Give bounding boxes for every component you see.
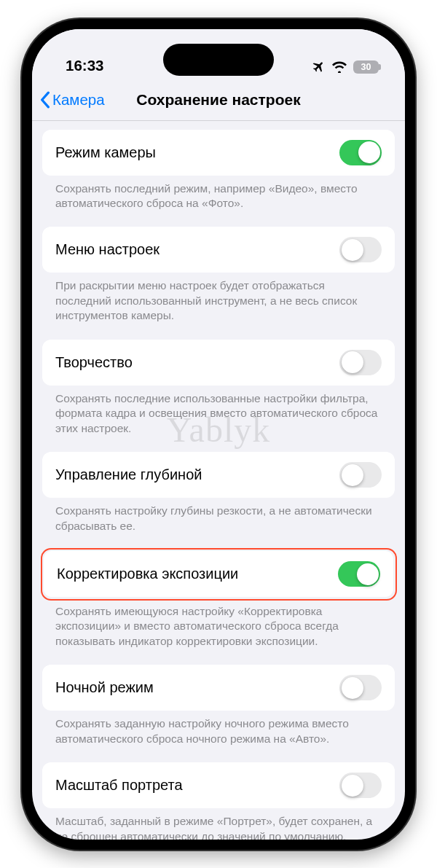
- phone-screen: 16:33 30 Камера Сохранение: [32, 29, 405, 840]
- setting-footer: Масштаб, заданный в режиме «Портрет», бу…: [42, 808, 395, 839]
- airplane-icon: [311, 60, 326, 74]
- toggle-knob: [357, 563, 379, 585]
- status-icons: 30: [311, 60, 379, 74]
- setting-label: Масштаб портрета: [55, 777, 183, 794]
- toggle-exposure-adjust[interactable]: [338, 561, 380, 587]
- setting-footer: Сохранять имеющуюся настройку «Корректир…: [42, 598, 395, 665]
- settings-list: Режим камерыСохранять последний режим, н…: [32, 121, 405, 840]
- toggle-knob: [358, 141, 380, 163]
- setting-label: Корректировка экспозиции: [57, 566, 238, 582]
- setting-row-creative[interactable]: Творчество: [42, 340, 395, 386]
- phone-frame: 16:33 30 Камера Сохранение: [22, 19, 415, 850]
- dynamic-island: [163, 44, 274, 76]
- setting-row-portrait-zoom[interactable]: Масштаб портрета: [42, 762, 395, 808]
- setting-row-camera-mode[interactable]: Режим камеры: [42, 130, 395, 176]
- battery-level: 30: [361, 62, 371, 72]
- setting-footer: Сохранять настройку глубины резкости, а …: [42, 498, 395, 550]
- setting-footer: Сохранять заданную настройку ночного реж…: [42, 711, 395, 762]
- back-label: Камера: [52, 91, 105, 109]
- setting-group-camera-mode: Режим камеры: [42, 130, 395, 176]
- toggle-creative[interactable]: [339, 350, 382, 375]
- back-button[interactable]: Камера: [39, 80, 105, 120]
- toggle-knob: [342, 677, 363, 699]
- setting-group-exposure-adjust: Корректировка экспозиции: [41, 548, 397, 601]
- setting-row-night-mode[interactable]: Ночной режим: [42, 665, 395, 711]
- setting-footer: Сохранять последние использованные настр…: [42, 386, 395, 452]
- setting-label: Ночной режим: [55, 679, 154, 696]
- setting-label: Меню настроек: [55, 241, 160, 258]
- chevron-left-icon: [39, 91, 51, 109]
- toggle-depth-control[interactable]: [339, 462, 382, 488]
- toggle-camera-mode[interactable]: [339, 140, 382, 165]
- setting-row-exposure-adjust[interactable]: Корректировка экспозиции: [44, 551, 393, 597]
- setting-group-night-mode: Ночной режим: [42, 665, 395, 711]
- setting-group-depth-control: Управление глубиной: [42, 452, 395, 498]
- wifi-icon: [331, 61, 347, 73]
- setting-label: Режим камеры: [55, 144, 156, 161]
- setting-group-controls-menu: Меню настроек: [42, 227, 395, 273]
- setting-group-portrait-zoom: Масштаб портрета: [42, 762, 395, 808]
- battery-icon: 30: [353, 60, 379, 74]
- toggle-night-mode[interactable]: [339, 675, 382, 700]
- toggle-portrait-zoom[interactable]: [339, 773, 382, 798]
- setting-row-controls-menu[interactable]: Меню настроек: [42, 227, 395, 273]
- toggle-knob: [342, 775, 363, 797]
- status-time: 16:33: [66, 57, 103, 74]
- setting-label: Творчество: [55, 354, 133, 371]
- toggle-knob: [342, 464, 363, 486]
- toggle-knob: [342, 351, 363, 373]
- setting-label: Управление глубиной: [55, 466, 202, 483]
- nav-bar: Камера Сохранение настроек: [32, 80, 405, 121]
- toggle-knob: [342, 239, 363, 261]
- setting-row-depth-control[interactable]: Управление глубиной: [42, 452, 395, 498]
- setting-group-creative: Творчество: [42, 340, 395, 386]
- setting-footer: Сохранять последний режим, например «Вид…: [42, 176, 395, 227]
- toggle-controls-menu[interactable]: [339, 237, 382, 262]
- page-title: Сохранение настроек: [136, 91, 300, 109]
- setting-footer: При раскрытии меню настроек будет отобра…: [42, 273, 395, 339]
